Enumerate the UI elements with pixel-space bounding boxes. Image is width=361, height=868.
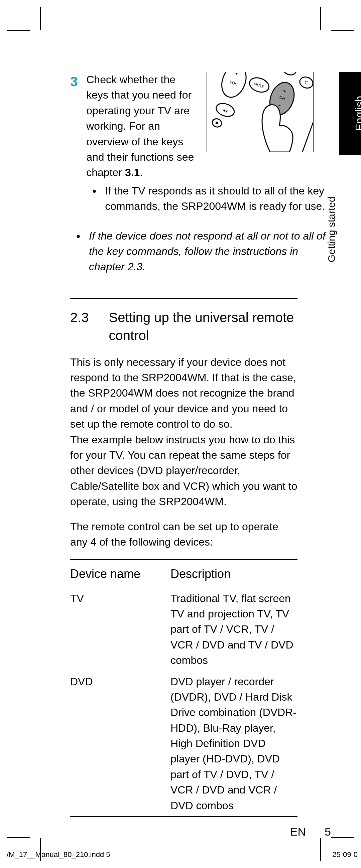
section-number: 2.3: [70, 308, 89, 344]
section-title: Setting up the universal remote control: [109, 308, 298, 344]
paragraph-1: This is only necessary if your device do…: [70, 354, 298, 509]
device-table: Device name Description TV Traditional T…: [70, 560, 298, 817]
paragraph-2: The remote control can be set up to oper…: [70, 519, 298, 550]
table-row: DVD DVD player / recorder (DVDR), DVD / …: [70, 671, 298, 816]
crop-mark: [331, 837, 354, 838]
page-footer: EN 5: [290, 824, 331, 840]
device-name: DVD: [70, 671, 171, 816]
footer-lang: EN: [290, 824, 306, 840]
italic-note: If the device does not respond at all or…: [70, 228, 331, 275]
imprint-file: /M_17__Manual_80_210.indd 5: [7, 849, 110, 860]
crop-mark: [320, 7, 321, 30]
footer-page: 5: [325, 824, 331, 840]
crop-mark: [40, 7, 41, 30]
table-header-name: Device name: [70, 560, 171, 588]
section-heading: 2.3 Setting up the universal remote cont…: [70, 308, 298, 344]
language-tab-label: English: [352, 96, 361, 131]
remote-illustration: + VOL MUTE + CH − B C: [207, 72, 313, 152]
page-content: English Getting started 3 Check whether …: [70, 72, 331, 817]
section-rule: [70, 298, 298, 299]
imprint-date: 25-09-0: [332, 849, 358, 860]
language-tab: English: [339, 72, 361, 155]
crop-mark: [7, 30, 30, 31]
step-3: 3 Check whether the keys that you need f…: [70, 72, 331, 219]
device-desc: Traditional TV, flat screen TV and proje…: [171, 588, 298, 671]
table-row: TV Traditional TV, flat screen TV and pr…: [70, 588, 298, 671]
table-header-desc: Description: [171, 560, 298, 588]
crop-mark: [7, 837, 30, 838]
imprint-line: /M_17__Manual_80_210.indd 5 25-09-0: [0, 849, 361, 860]
step-bullet-1: If the TV responds as it should to all o…: [86, 183, 331, 214]
chapter-ref: 3.1: [125, 166, 140, 178]
device-name: TV: [70, 588, 171, 671]
device-desc: DVD player / recorder (DVDR), DVD / Hard…: [171, 671, 298, 816]
step-text: Check whether the keys that you need for…: [86, 72, 200, 180]
crop-mark: [331, 30, 354, 31]
step-number: 3: [70, 72, 78, 219]
